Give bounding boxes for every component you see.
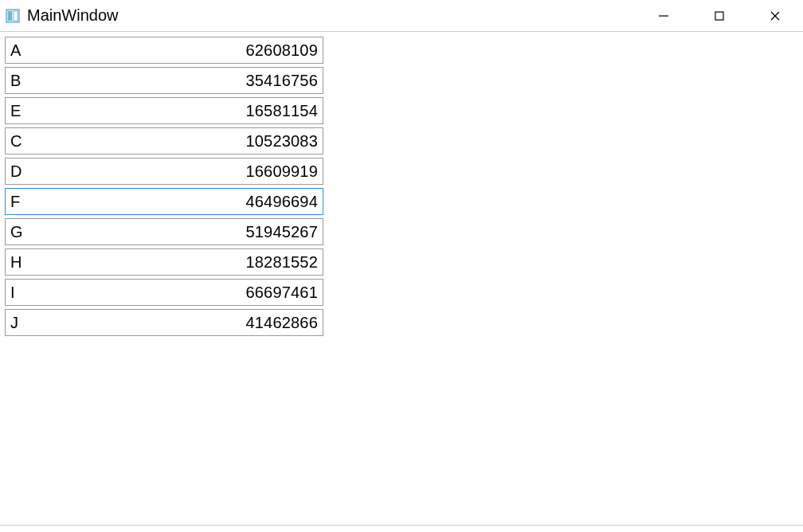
list-item[interactable]: I66697461 xyxy=(5,279,323,306)
list-item[interactable]: J41462866 xyxy=(5,309,323,336)
list-item[interactable]: F46496694 xyxy=(5,188,323,215)
list-item-value: 66697461 xyxy=(15,284,318,302)
minimize-button[interactable] xyxy=(636,0,691,31)
content-area: A62608109B35416756E16581154C10523083D166… xyxy=(0,32,803,344)
maximize-button[interactable] xyxy=(691,0,747,31)
list-item-value: 51945267 xyxy=(23,223,318,241)
app-icon xyxy=(5,8,21,24)
window-controls xyxy=(636,0,803,31)
maximize-icon xyxy=(714,10,725,22)
list-item-value: 18281552 xyxy=(22,253,318,272)
list-item-label: F xyxy=(10,193,20,211)
minimize-icon xyxy=(658,10,669,22)
list-item[interactable]: E16581154 xyxy=(5,97,323,124)
list-item-value: 16609919 xyxy=(22,162,318,181)
list-item-label: D xyxy=(10,162,22,181)
item-list: A62608109B35416756E16581154C10523083D166… xyxy=(5,37,323,336)
list-item-label: H xyxy=(10,253,22,272)
list-item-value: 35416756 xyxy=(21,72,318,90)
list-item[interactable]: B35416756 xyxy=(5,67,323,94)
close-icon xyxy=(770,10,781,22)
svg-rect-2 xyxy=(14,11,18,21)
list-item-label: G xyxy=(10,223,23,241)
svg-rect-1 xyxy=(8,11,12,21)
footer-divider xyxy=(0,525,803,526)
titlebar: MainWindow xyxy=(0,0,803,32)
list-item[interactable]: C10523083 xyxy=(5,127,323,155)
svg-rect-4 xyxy=(715,12,723,20)
list-item[interactable]: G51945267 xyxy=(5,218,323,245)
list-item-label: C xyxy=(10,132,22,151)
list-item-label: A xyxy=(10,41,21,60)
list-item-value: 46496694 xyxy=(20,193,318,211)
list-item-value: 41462866 xyxy=(18,314,318,332)
list-item-value: 10523083 xyxy=(22,132,318,151)
list-item-label: B xyxy=(10,72,21,90)
window-title: MainWindow xyxy=(27,6,118,25)
list-item-label: J xyxy=(10,314,18,332)
list-item[interactable]: H18281552 xyxy=(5,248,323,276)
list-item[interactable]: A62608109 xyxy=(5,37,323,64)
list-item-label: E xyxy=(10,102,21,120)
list-item-value: 62608109 xyxy=(21,41,318,60)
list-item[interactable]: D16609919 xyxy=(5,158,323,185)
list-item-value: 16581154 xyxy=(21,102,318,120)
close-button[interactable] xyxy=(747,0,803,31)
